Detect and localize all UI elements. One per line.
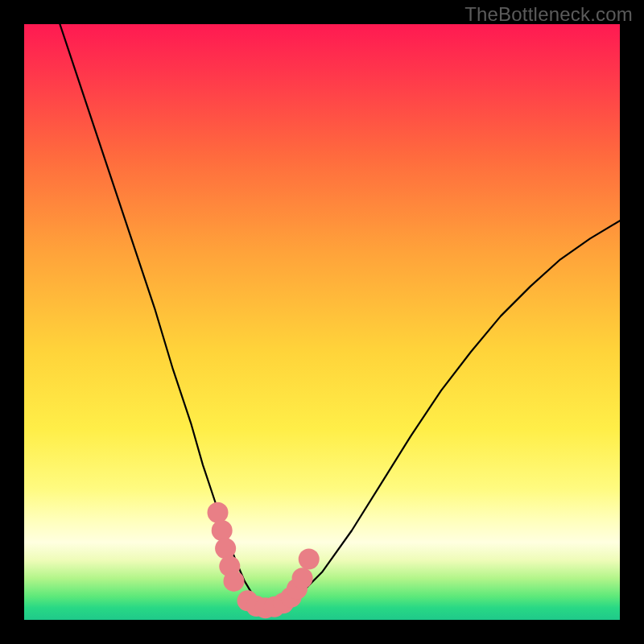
chart-frame: TheBottleneck.com: [0, 0, 644, 644]
chart-svg: [24, 24, 620, 620]
curve-marker: [208, 502, 229, 523]
plot-area: [24, 24, 620, 620]
bottleneck-curve-path: [60, 24, 620, 608]
curve-marker: [299, 549, 320, 570]
bottleneck-curve: [60, 24, 620, 608]
curve-marker: [292, 568, 313, 588]
curve-marker: [215, 538, 236, 559]
curve-markers: [208, 502, 320, 618]
watermark-text: TheBottleneck.com: [464, 3, 633, 26]
curve-marker: [212, 520, 233, 541]
curve-marker: [223, 571, 244, 592]
